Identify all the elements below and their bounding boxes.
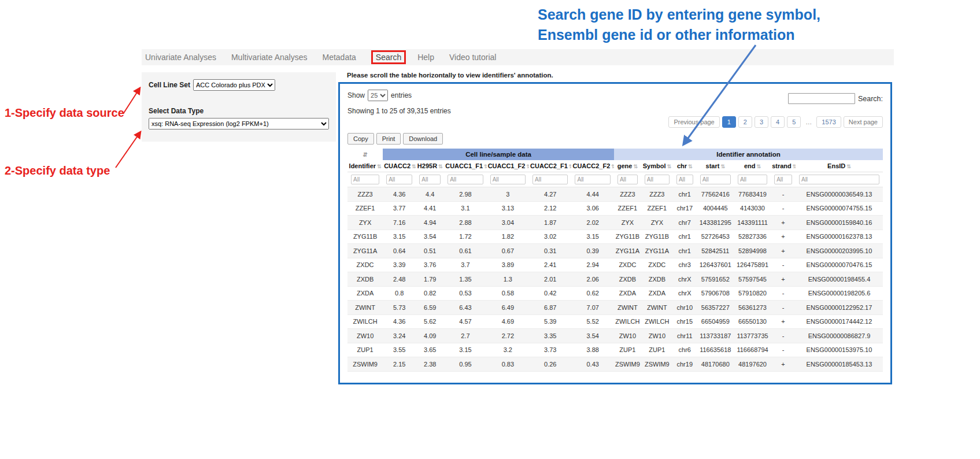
filter-input-symbol[interactable] xyxy=(645,175,670,184)
filter-input-start[interactable] xyxy=(700,175,731,184)
previous-page-button[interactable]: Previous page xyxy=(668,116,719,128)
table-cell: ZXDC xyxy=(614,258,641,272)
column-header-identifier[interactable]: Identifier⇅ xyxy=(347,160,383,172)
filter-input-ensid[interactable] xyxy=(799,175,879,184)
filter-input-cuacc2-f2[interactable] xyxy=(575,175,610,184)
data-type-select[interactable]: xsq: RNA-seq Expression (log2 FPKM+1) xyxy=(149,118,329,129)
table-cell: 0.51 xyxy=(416,244,444,258)
column-header-cuacc2-f2[interactable]: CUACC2_F2⇅ xyxy=(571,160,613,172)
table-cell: chr19 xyxy=(673,357,697,372)
table-cell: ZZZ3 xyxy=(641,187,673,202)
column-label: chr xyxy=(677,162,687,169)
column-header-strand[interactable]: strand⇅ xyxy=(771,160,796,172)
nav-item-multivariate-analyses[interactable]: Multivariate Analyses xyxy=(231,53,308,62)
table-search-input[interactable] xyxy=(788,93,855,104)
table-row: ZUP13.553.653.153.23.733.88ZUP1ZUP1chr61… xyxy=(347,343,883,357)
table-cell: ZWINT xyxy=(347,301,383,315)
column-label: H295R xyxy=(417,162,437,169)
filter-input-h295r[interactable] xyxy=(419,175,441,184)
column-label: CUACC1_F2 xyxy=(488,162,526,169)
table-cell: 4.41 xyxy=(416,201,444,216)
filter-cell xyxy=(641,172,673,187)
download-button[interactable]: Download xyxy=(403,133,443,145)
page-length-select[interactable]: 25 xyxy=(368,90,388,101)
group-header-identifier-annotation: Identifier annotation xyxy=(614,149,883,160)
table-cell: 113773735 xyxy=(734,329,771,343)
table-cell: 2.98 xyxy=(444,187,486,202)
filter-input-cuacc1-f1[interactable] xyxy=(448,175,483,184)
page-button-1573[interactable]: 1573 xyxy=(816,116,841,128)
nav-item-help[interactable]: Help xyxy=(417,53,434,62)
column-header-gene[interactable]: gene⇅ xyxy=(614,160,641,172)
table-cell: 4.27 xyxy=(529,187,571,202)
column-header-h295r[interactable]: H295R⇅ xyxy=(416,160,444,172)
page-button-3[interactable]: 3 xyxy=(755,116,768,128)
filter-input-identifier[interactable] xyxy=(351,175,379,184)
table-cell: ZW10 xyxy=(641,329,673,343)
table-cell: ZXDA xyxy=(614,286,641,301)
table-cell: 5.62 xyxy=(416,314,444,329)
filter-input-gene[interactable] xyxy=(617,175,638,184)
table-cell: - xyxy=(771,258,796,272)
table-cell: ZWINT xyxy=(641,301,673,315)
column-header-start[interactable]: start⇅ xyxy=(697,160,734,172)
page-button-5[interactable]: 5 xyxy=(787,116,801,128)
step2-annotation: 2-Specify data type xyxy=(5,164,110,177)
table-cell: ZUP1 xyxy=(347,343,383,357)
nav-item-univariate-analyses[interactable]: Univariate Analyses xyxy=(145,53,216,62)
copy-button[interactable]: Copy xyxy=(347,133,374,145)
filter-input-strand[interactable] xyxy=(774,175,792,184)
filter-input-cuacc1-f2[interactable] xyxy=(490,175,526,184)
filter-input-cuacc2-f1[interactable] xyxy=(532,175,568,184)
step1-annotation: 1-Specify data source xyxy=(5,106,124,120)
table-cell: ZYX xyxy=(614,216,641,230)
table-cell: 3.15 xyxy=(444,343,486,357)
nav-item-video-tutorial[interactable]: Video tutorial xyxy=(449,53,496,62)
table-cell: 2.01 xyxy=(529,272,571,287)
page-button-1[interactable]: 1 xyxy=(722,116,736,128)
print-button[interactable]: Print xyxy=(376,133,401,145)
cell-line-set-select[interactable]: ACC Colorado plus PDX xyxy=(193,79,275,91)
filter-cell xyxy=(416,172,444,187)
page-button-2[interactable]: 2 xyxy=(738,116,752,128)
filter-input-cuacc2[interactable] xyxy=(386,175,412,184)
filter-input-end[interactable] xyxy=(738,175,767,184)
next-page-button[interactable]: Next page xyxy=(844,116,883,128)
table-cell: 52894998 xyxy=(734,244,771,258)
table-row: ZW103.244.092.72.723.353.54ZW10ZW10chr11… xyxy=(347,329,883,343)
search-annotation-line2: Ensembl gene id or other information xyxy=(538,25,873,45)
table-cell: ZWILCH xyxy=(641,314,673,329)
column-header-chr[interactable]: chr⇅ xyxy=(673,160,697,172)
table-cell: 2.72 xyxy=(487,329,529,343)
corner-sort-icon[interactable]: ⇵ xyxy=(347,149,383,160)
table-row: ZYG11B3.153.541.721.823.023.15ZYG11BZYG1… xyxy=(347,230,883,244)
column-header-cuacc2[interactable]: CUACC2⇅ xyxy=(383,160,416,172)
column-header-symbol[interactable]: Symbol⇅ xyxy=(641,160,673,172)
column-label: CUACC2_F1 xyxy=(530,162,568,169)
table-cell: ZYG11B xyxy=(347,230,383,244)
sort-icon: ⇅ xyxy=(412,164,416,169)
nav-item-search[interactable]: Search xyxy=(371,50,406,64)
column-header-cuacc1-f1[interactable]: CUACC1_F1⇅ xyxy=(444,160,486,172)
nav-item-metadata[interactable]: Metadata xyxy=(322,53,356,62)
step1-arrow xyxy=(123,88,140,114)
column-header-cuacc2-f1[interactable]: CUACC2_F1⇅ xyxy=(529,160,571,172)
column-header-ensid[interactable]: EnsID⇅ xyxy=(796,160,883,172)
table-cell: 3.39 xyxy=(383,258,416,272)
page-button-4[interactable]: 4 xyxy=(771,116,785,128)
table-cell: ZYG11A xyxy=(641,244,673,258)
table-cell: ZSWIM9 xyxy=(614,357,641,372)
table-cell: 0.61 xyxy=(444,244,486,258)
column-label: Symbol xyxy=(643,162,666,169)
filter-input-chr[interactable] xyxy=(676,175,693,184)
column-label: strand xyxy=(772,162,792,169)
column-header-end[interactable]: end⇅ xyxy=(734,160,771,172)
table-cell: 116668794 xyxy=(734,343,771,357)
table-cell: 2.38 xyxy=(416,357,444,372)
table-cell: 66504959 xyxy=(697,314,734,329)
sort-icon: ⇅ xyxy=(757,164,761,169)
table-cell: ZW10 xyxy=(347,329,383,343)
table-cell: ZZEF1 xyxy=(614,201,641,216)
table-cell: ZXDB xyxy=(614,272,641,287)
column-header-cuacc1-f2[interactable]: CUACC1_F2⇅ xyxy=(487,160,529,172)
